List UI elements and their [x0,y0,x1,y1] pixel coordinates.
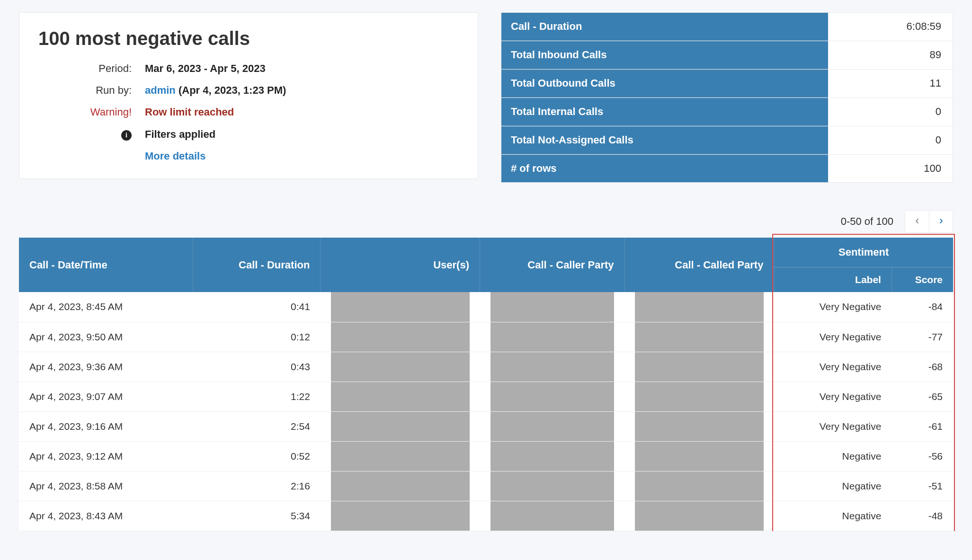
warning-label: Warning! [38,106,145,118]
summary-value: 89 [828,41,953,69]
col-duration[interactable]: Call - Duration [193,238,321,292]
table-row[interactable]: Apr 4, 2023, 8:43 AM5:34Negative-48 [19,501,953,531]
cell-duration: 0:12 [193,322,321,352]
runby-user-link[interactable]: admin [145,84,176,96]
filters-icon-cell: i [38,128,145,141]
pagination-next-button[interactable] [929,211,953,232]
runby-value: admin (Apr 4, 2023, 1:23 PM) [145,84,459,97]
cell-users [321,322,480,352]
cell-called [624,501,774,531]
cell-users [321,352,480,382]
table-row[interactable]: Apr 4, 2023, 9:07 AM1:22Very Negative-65 [19,382,953,411]
table-row[interactable]: Apr 4, 2023, 9:12 AM0:52Negative-56 [19,441,953,471]
cell-sent-score: -48 [892,501,953,531]
cell-caller [480,382,625,411]
redacted-block [490,382,615,411]
cell-sent-score: -77 [892,322,953,352]
summary-name: Total Not-Assigned Calls [501,126,828,154]
summary-row: Total Not-Assigned Calls 0 [501,126,953,155]
summary-row: Call - Duration 6:08:59 [501,13,953,41]
redacted-block [490,471,615,501]
redacted-block [331,471,470,501]
col-called[interactable]: Call - Called Party [624,238,774,292]
cell-datetime: Apr 4, 2023, 9:07 AM [19,382,193,411]
table-row[interactable]: Apr 4, 2023, 8:45 AM0:41Very Negative-84 [19,292,953,322]
col-datetime[interactable]: Call - Date/Time [19,238,193,292]
redacted-block [635,412,764,441]
summary-row: Total Internal Calls 0 [501,98,953,126]
pagination-range: 0-50 of 100 [841,215,893,228]
cell-datetime: Apr 4, 2023, 9:12 AM [19,441,193,471]
cell-caller [480,292,625,322]
redacted-block [490,292,615,322]
cell-sent-label: Very Negative [774,382,892,411]
redacted-block [635,352,764,382]
cell-users [321,501,480,531]
period-label: Period: [38,62,145,75]
runby-time: (Apr 4, 2023, 1:23 PM) [178,84,286,96]
summary-name: Call - Duration [501,13,828,41]
redacted-block [490,352,615,382]
summary-name: # of rows [501,155,828,182]
col-sentiment[interactable]: Sentiment [774,238,953,267]
report-info-card: 100 most negative calls Period: Mar 6, 2… [19,12,478,179]
pagination-bar: 0-50 of 100 [19,210,953,233]
cell-duration: 2:16 [193,471,321,501]
filters-applied: Filters applied [145,128,459,141]
summary-value: 6:08:59 [828,13,953,41]
chevron-left-icon [913,217,921,226]
table-row[interactable]: Apr 4, 2023, 9:36 AM0:43Very Negative-68 [19,352,953,382]
cell-sent-score: -51 [892,471,953,501]
cell-called [624,292,774,322]
cell-users [321,292,480,322]
redacted-block [490,412,615,441]
cell-sent-label: Negative [774,501,892,531]
redacted-block [331,322,470,352]
cell-sent-score: -56 [892,441,953,471]
summary-value: 11 [828,70,953,98]
period-value: Mar 6, 2023 - Apr 5, 2023 [145,62,459,75]
pagination-prev-button[interactable] [905,211,929,232]
redacted-block [331,352,470,382]
cell-users [321,411,480,441]
summary-row: # of rows 100 [501,155,953,182]
col-label[interactable]: Label [774,267,892,293]
table-row[interactable]: Apr 4, 2023, 8:58 AM2:16Negative-51 [19,471,953,501]
redacted-block [331,292,470,322]
table-row[interactable]: Apr 4, 2023, 9:16 AM2:54Very Negative-61 [19,411,953,441]
cell-duration: 2:54 [193,411,321,441]
info-icon: i [121,130,132,141]
cell-sent-label: Very Negative [774,292,892,322]
cell-called [624,382,774,411]
summary-name: Total Internal Calls [501,98,828,126]
summary-value: 0 [828,98,953,126]
cell-datetime: Apr 4, 2023, 8:43 AM [19,501,193,531]
redacted-block [331,412,470,441]
cell-sent-score: -68 [892,352,953,382]
redacted-block [490,442,615,471]
more-details-link[interactable]: More details [145,150,459,162]
redacted-block [331,501,470,531]
redacted-block [635,322,764,352]
col-score[interactable]: Score [892,267,953,293]
cell-users [321,441,480,471]
report-title: 100 most negative calls [38,28,459,49]
cell-datetime: Apr 4, 2023, 8:45 AM [19,292,193,322]
cell-sent-score: -61 [892,411,953,441]
redacted-block [635,442,764,471]
cell-users [321,471,480,501]
col-users[interactable]: User(s) [321,238,480,292]
cell-caller [480,501,625,531]
summary-name: Total Inbound Calls [501,41,828,69]
cell-called [624,411,774,441]
table-row[interactable]: Apr 4, 2023, 9:50 AM0:12Very Negative-77 [19,322,953,352]
summary-name: Total Outbound Calls [501,70,828,98]
cell-datetime: Apr 4, 2023, 9:36 AM [19,352,193,382]
cell-caller [480,411,625,441]
cell-sent-label: Negative [774,441,892,471]
cell-caller [480,471,625,501]
cell-caller [480,352,625,382]
col-caller[interactable]: Call - Caller Party [480,238,625,292]
summary-row: Total Outbound Calls 11 [501,70,953,98]
warning-text: Row limit reached [145,106,459,118]
